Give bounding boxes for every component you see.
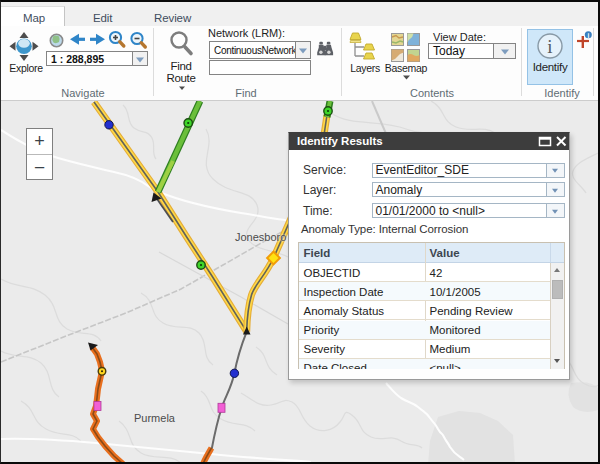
svg-text:i: i [587, 32, 589, 39]
svg-text:i: i [547, 36, 552, 57]
